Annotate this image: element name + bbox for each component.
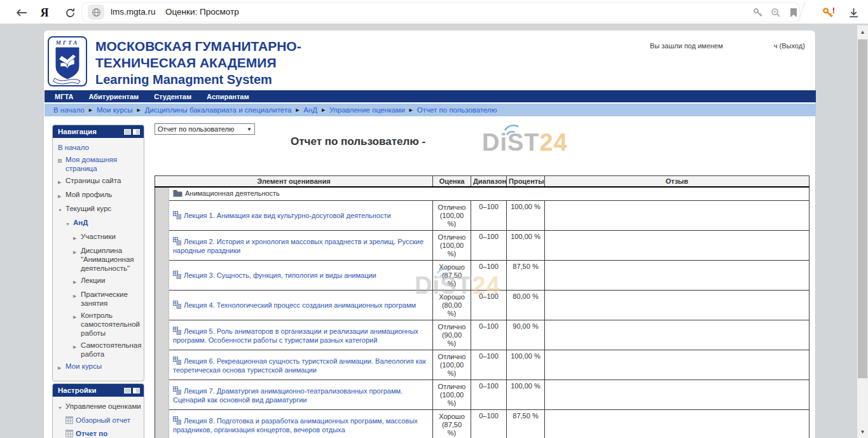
tab-title: Оценки: Просмотр: [165, 7, 239, 17]
logout-link[interactable]: ч (Выход): [774, 42, 805, 50]
breadcrumb-item-3[interactable]: АнД: [303, 106, 317, 114]
collapse-block-icon[interactable]: [124, 388, 131, 394]
range-cell: 0–100: [471, 201, 507, 231]
settings-label-2[interactable]: Отчет по пользователю: [76, 429, 141, 438]
menu-item-0[interactable]: МГТА: [55, 93, 73, 100]
feedback-cell: [545, 261, 809, 291]
scroll-up-icon[interactable]: ▲: [857, 25, 868, 38]
breadcrumb-item-0[interactable]: В начало: [53, 106, 85, 114]
settings-label-1[interactable]: Обзорный отчет: [76, 416, 130, 425]
password-key-icon[interactable]: [750, 6, 766, 20]
bullet-icon: [58, 155, 65, 166]
yandex-icon[interactable]: Я: [37, 6, 52, 20]
column-header-4: Отзыв: [545, 176, 809, 188]
page-title: Отчет по пользователю -: [291, 135, 425, 148]
navigation-item-4: ▼Текущий курс: [53, 204, 141, 215]
grade-item-link[interactable]: Лекция 7. Драматургия анимационно-театра…: [173, 387, 403, 404]
grade-item-link[interactable]: Лекция 8. Подготовка и разработка анимац…: [173, 417, 418, 434]
tree-collapsed-icon[interactable]: ▶: [73, 232, 81, 243]
breadcrumb-item-2[interactable]: Дисциплины бакалавриата и специалитета: [145, 106, 292, 114]
navigation-item-9: ▶Практические занятия: [53, 290, 141, 308]
grade-item-link[interactable]: Лекция 6. Рекреационная сущность туристс…: [173, 357, 426, 374]
lesson-icon: [173, 237, 181, 247]
navigation-label-2[interactable]: Страницы сайта: [65, 176, 121, 185]
grade-cell: Хорошо(87,50 %): [433, 261, 471, 291]
zoom-icon[interactable]: [768, 6, 783, 20]
indent-cell: [155, 291, 169, 320]
feedback-cell: [545, 380, 809, 410]
tree-collapsed-icon[interactable]: ▶: [73, 290, 81, 301]
vertical-scrollbar[interactable]: ▲ ▼: [857, 25, 868, 438]
browser-window: { "browser": { "url": "lms.mgta.ru", "pa…: [0, 0, 868, 438]
breadcrumb-item-5[interactable]: Отчет по пользователю: [417, 106, 497, 114]
tree-expanded-icon[interactable]: ▼: [65, 218, 73, 229]
tree-collapsed-icon[interactable]: ▶: [58, 190, 65, 201]
tree-collapsed-icon[interactable]: ▶: [73, 246, 81, 257]
grade-item-link[interactable]: Лекция 3. Сущность, функция, типология и…: [184, 271, 376, 279]
tree-collapsed-icon[interactable]: ▶: [73, 276, 81, 287]
grade-item-row: Лекция 4. Технологический процесс создан…: [155, 291, 809, 320]
refresh-icon[interactable]: [62, 6, 78, 20]
academy-logo[interactable]: МГТА: [48, 36, 87, 86]
navigation-item-8: ▶Лекции: [53, 276, 141, 287]
grade-item-link[interactable]: Лекция 4. Технологический процесс создан…: [184, 301, 416, 309]
grade-item-row: Лекция 6. Рекреационная сущность туристс…: [155, 350, 809, 380]
navigation-label-3[interactable]: Мой профиль: [65, 190, 112, 199]
settings-label-0[interactable]: Управление оценками: [65, 402, 141, 411]
breadcrumb-item-1[interactable]: Мои курсы: [97, 106, 133, 114]
item-name-cell: Лекция 4. Технологический процесс создан…: [169, 291, 433, 320]
navigation-label-4[interactable]: Текущий курс: [65, 204, 111, 213]
alert-badge: !: [832, 6, 835, 15]
column-header-1: Оценка: [433, 176, 471, 188]
page-title-text: Отчет по пользователю -: [291, 135, 425, 147]
grade-item-link[interactable]: Лекция 2. История и хронология массовых …: [173, 238, 424, 254]
collapse-block-icon[interactable]: [124, 129, 131, 135]
navigation-label-0[interactable]: В начало: [58, 143, 89, 152]
item-name-cell: Лекция 6. Рекреационная сущность туристс…: [169, 350, 433, 380]
site-security-chip[interactable]: [88, 4, 104, 20]
lesson-icon: [173, 357, 181, 366]
navigation-label-8[interactable]: Лекции: [81, 276, 105, 285]
indent-cell: [155, 187, 169, 201]
navigation-label-5[interactable]: АнД: [73, 218, 88, 227]
navigation-label-9[interactable]: Практические занятия: [81, 290, 141, 308]
percentage-cell: 100,00 %: [507, 350, 545, 380]
navigation-label-12[interactable]: Мои курсы: [65, 362, 102, 371]
scroll-down-icon[interactable]: ▼: [857, 425, 868, 438]
tree-expanded-icon[interactable]: ▼: [58, 402, 65, 413]
navigation-label-7[interactable]: Дисциплина "Анимационная деятельность": [81, 246, 141, 273]
dock-block-icon[interactable]: [133, 129, 140, 135]
percentage-cell: 100,00 %: [507, 201, 545, 231]
protect-key-icon[interactable]: !: [818, 6, 839, 20]
grade-item-row: Лекция 8. Подготовка и разработка анимац…: [155, 410, 809, 438]
login-text: Вы зашли под именем: [650, 42, 723, 50]
tree-collapsed-icon[interactable]: ▶: [58, 176, 65, 187]
item-name-cell: Лекция 8. Подготовка и разработка анимац…: [169, 410, 433, 438]
report-type-select[interactable]: Отчет по пользователю ▼: [155, 123, 255, 135]
range-cell: 0–100: [471, 231, 507, 261]
navigation-label-6[interactable]: Участники: [81, 232, 116, 241]
tree-expanded-icon[interactable]: ▼: [58, 204, 65, 215]
menu-item-2[interactable]: Студентам: [154, 93, 191, 100]
back-icon[interactable]: [14, 6, 29, 20]
grade-item-link[interactable]: Лекция 1. Анимация как вид культурно-дос…: [184, 212, 391, 219]
navigation-label-1[interactable]: Моя домашняя страница: [65, 155, 141, 173]
user-report-table: Элемент оцениванияОценкаДиапазонПроценты…: [155, 175, 809, 438]
navigation-label-10[interactable]: Контроль самостоятельной работы: [81, 311, 141, 338]
breadcrumb-separator: ►: [408, 107, 414, 113]
menu-item-1[interactable]: Абитуриентам: [88, 93, 139, 100]
navigation-label-11[interactable]: Самостоятельная работа: [81, 341, 141, 359]
tree-collapsed-icon[interactable]: ▶: [73, 311, 81, 322]
download-icon[interactable]: [846, 6, 861, 20]
tree-collapsed-icon[interactable]: ▶: [73, 341, 81, 352]
url-text[interactable]: lms.mgta.ru: [111, 7, 156, 17]
dock-block-icon[interactable]: [133, 388, 140, 394]
grade-item-link[interactable]: Лекция 5. Роль аниматоров в организации …: [173, 327, 418, 344]
tree-collapsed-icon[interactable]: ▶: [58, 362, 65, 373]
scrollbar-thumb[interactable]: [858, 39, 867, 378]
feedback-cell: [545, 291, 809, 320]
indent-cell: [155, 380, 169, 410]
site-title: МОСКОВСКАЯ ГУМАНИТАРНО- ТЕХНИЧЕСКАЯ АКАД…: [95, 38, 301, 88]
breadcrumb-item-4[interactable]: Управление оценками: [329, 106, 405, 114]
menu-item-3[interactable]: Аспирантам: [207, 93, 249, 100]
